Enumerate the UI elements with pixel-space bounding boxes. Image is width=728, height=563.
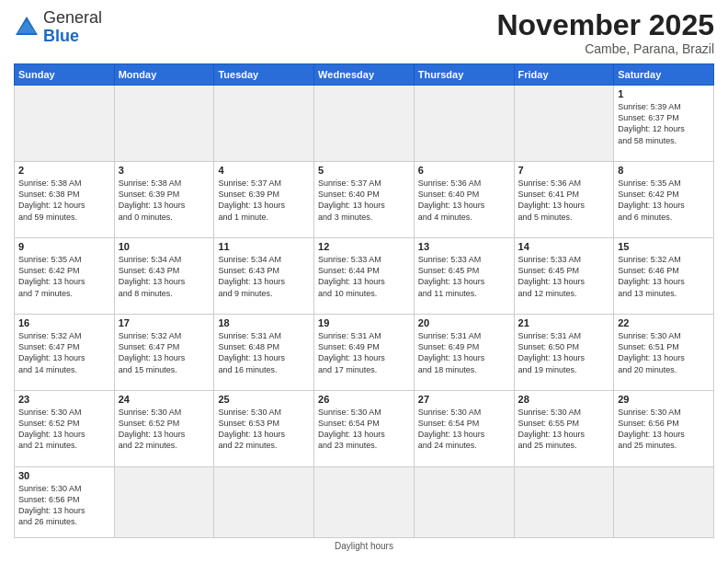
logo-icon (14, 15, 40, 40)
calendar-cell: 24Sunrise: 5:30 AM Sunset: 6:52 PM Dayli… (114, 391, 214, 467)
calendar-cell: 9Sunrise: 5:35 AM Sunset: 6:42 PM Daylig… (15, 238, 115, 315)
calendar-cell: 20Sunrise: 5:31 AM Sunset: 6:49 PM Dayli… (414, 315, 514, 391)
calendar-cell: 26Sunrise: 5:30 AM Sunset: 6:54 PM Dayli… (314, 391, 415, 467)
calendar-cell: 13Sunrise: 5:33 AM Sunset: 6:45 PM Dayli… (414, 238, 514, 315)
weekday-header: Wednesday (314, 64, 415, 86)
calendar-cell: 7Sunrise: 5:36 AM Sunset: 6:41 PM Daylig… (514, 162, 614, 238)
calendar-cell: 23Sunrise: 5:30 AM Sunset: 6:52 PM Dayli… (15, 391, 115, 467)
day-info: Sunrise: 5:30 AM Sunset: 6:54 PM Dayligh… (318, 407, 410, 452)
day-info: Sunrise: 5:36 AM Sunset: 6:41 PM Dayligh… (518, 178, 610, 223)
calendar-cell (414, 467, 514, 538)
logo: General Blue (14, 9, 102, 46)
day-number: 14 (518, 241, 610, 252)
weekday-header: Sunday (15, 64, 115, 86)
day-number: 30 (18, 470, 110, 481)
day-info: Sunrise: 5:39 AM Sunset: 6:37 PM Dayligh… (618, 101, 710, 146)
weekday-header: Monday (114, 64, 214, 86)
svg-marker-1 (17, 20, 36, 33)
calendar-cell (514, 467, 614, 538)
day-info: Sunrise: 5:30 AM Sunset: 6:52 PM Dayligh… (119, 407, 210, 452)
day-number: 10 (119, 241, 210, 252)
weekday-header: Friday (514, 64, 614, 86)
weekday-header: Tuesday (214, 64, 314, 86)
calendar-cell: 19Sunrise: 5:31 AM Sunset: 6:49 PM Dayli… (314, 315, 415, 391)
day-info: Sunrise: 5:37 AM Sunset: 6:40 PM Dayligh… (318, 178, 410, 223)
day-number: 7 (518, 165, 610, 176)
day-number: 8 (618, 165, 710, 176)
day-number: 28 (518, 394, 610, 405)
calendar-cell: 30Sunrise: 5:30 AM Sunset: 6:56 PM Dayli… (15, 467, 115, 538)
calendar-cell (414, 86, 514, 162)
calendar-cell (514, 86, 614, 162)
day-number: 25 (218, 394, 310, 405)
day-number: 5 (318, 165, 410, 176)
day-info: Sunrise: 5:33 AM Sunset: 6:45 PM Dayligh… (518, 254, 610, 299)
calendar-cell: 6Sunrise: 5:36 AM Sunset: 6:40 PM Daylig… (414, 162, 514, 238)
day-number: 29 (618, 394, 710, 405)
calendar-cell: 4Sunrise: 5:37 AM Sunset: 6:39 PM Daylig… (214, 162, 314, 238)
calendar-cell (614, 467, 714, 538)
weekday-header: Saturday (614, 64, 714, 86)
footer-note: Daylight hours (14, 538, 714, 554)
day-info: Sunrise: 5:31 AM Sunset: 6:50 PM Dayligh… (518, 330, 610, 375)
day-info: Sunrise: 5:35 AM Sunset: 6:42 PM Dayligh… (618, 178, 710, 223)
day-number: 12 (318, 241, 410, 252)
weekday-header: Thursday (414, 64, 514, 86)
day-number: 21 (518, 317, 610, 328)
day-info: Sunrise: 5:33 AM Sunset: 6:44 PM Dayligh… (318, 254, 410, 299)
calendar-cell (314, 86, 415, 162)
day-number: 23 (18, 394, 110, 405)
day-info: Sunrise: 5:30 AM Sunset: 6:52 PM Dayligh… (18, 407, 110, 452)
month-title: November 2025 (496, 9, 714, 41)
day-number: 11 (218, 241, 310, 252)
day-number: 22 (618, 317, 710, 328)
day-info: Sunrise: 5:38 AM Sunset: 6:38 PM Dayligh… (18, 178, 110, 223)
day-number: 24 (119, 394, 210, 405)
calendar-cell: 14Sunrise: 5:33 AM Sunset: 6:45 PM Dayli… (514, 238, 614, 315)
day-info: Sunrise: 5:30 AM Sunset: 6:51 PM Dayligh… (618, 330, 710, 375)
calendar-cell: 25Sunrise: 5:30 AM Sunset: 6:53 PM Dayli… (214, 391, 314, 467)
calendar-cell: 21Sunrise: 5:31 AM Sunset: 6:50 PM Dayli… (514, 315, 614, 391)
calendar-cell: 12Sunrise: 5:33 AM Sunset: 6:44 PM Dayli… (314, 238, 415, 315)
day-info: Sunrise: 5:30 AM Sunset: 6:54 PM Dayligh… (418, 407, 510, 452)
day-number: 9 (18, 241, 110, 252)
calendar-cell: 10Sunrise: 5:34 AM Sunset: 6:43 PM Dayli… (114, 238, 214, 315)
day-number: 18 (218, 317, 310, 328)
day-info: Sunrise: 5:30 AM Sunset: 6:56 PM Dayligh… (18, 483, 110, 528)
day-number: 26 (318, 394, 410, 405)
logo-blue: Blue (43, 27, 79, 45)
calendar-cell: 1Sunrise: 5:39 AM Sunset: 6:37 PM Daylig… (614, 86, 714, 162)
calendar-cell (314, 467, 415, 538)
day-info: Sunrise: 5:31 AM Sunset: 6:49 PM Dayligh… (318, 330, 410, 375)
calendar-cell: 29Sunrise: 5:30 AM Sunset: 6:56 PM Dayli… (614, 391, 714, 467)
calendar-cell: 16Sunrise: 5:32 AM Sunset: 6:47 PM Dayli… (15, 315, 115, 391)
day-info: Sunrise: 5:35 AM Sunset: 6:42 PM Dayligh… (18, 254, 110, 299)
calendar-cell (214, 86, 314, 162)
day-info: Sunrise: 5:30 AM Sunset: 6:56 PM Dayligh… (618, 407, 710, 452)
calendar-cell (114, 467, 214, 538)
day-info: Sunrise: 5:34 AM Sunset: 6:43 PM Dayligh… (218, 254, 310, 299)
day-info: Sunrise: 5:36 AM Sunset: 6:40 PM Dayligh… (418, 178, 510, 223)
calendar-cell: 15Sunrise: 5:32 AM Sunset: 6:46 PM Dayli… (614, 238, 714, 315)
day-number: 2 (18, 165, 110, 176)
day-number: 27 (418, 394, 510, 405)
day-info: Sunrise: 5:32 AM Sunset: 6:46 PM Dayligh… (618, 254, 710, 299)
page: General Blue November 2025 Cambe, Parana… (0, 0, 728, 563)
day-info: Sunrise: 5:34 AM Sunset: 6:43 PM Dayligh… (119, 254, 210, 299)
day-info: Sunrise: 5:31 AM Sunset: 6:48 PM Dayligh… (218, 330, 310, 375)
calendar-cell: 18Sunrise: 5:31 AM Sunset: 6:48 PM Dayli… (214, 315, 314, 391)
day-number: 6 (418, 165, 510, 176)
day-number: 13 (418, 241, 510, 252)
day-info: Sunrise: 5:30 AM Sunset: 6:55 PM Dayligh… (518, 407, 610, 452)
title-block: November 2025 Cambe, Parana, Brazil (496, 9, 714, 56)
day-info: Sunrise: 5:38 AM Sunset: 6:39 PM Dayligh… (119, 178, 210, 223)
day-info: Sunrise: 5:30 AM Sunset: 6:53 PM Dayligh… (218, 407, 310, 452)
day-info: Sunrise: 5:32 AM Sunset: 6:47 PM Dayligh… (18, 330, 110, 375)
day-number: 1 (618, 88, 710, 99)
day-number: 17 (119, 317, 210, 328)
calendar-cell: 2Sunrise: 5:38 AM Sunset: 6:38 PM Daylig… (15, 162, 115, 238)
calendar-cell: 8Sunrise: 5:35 AM Sunset: 6:42 PM Daylig… (614, 162, 714, 238)
calendar-table: SundayMondayTuesdayWednesdayThursdayFrid… (14, 63, 714, 538)
day-info: Sunrise: 5:32 AM Sunset: 6:47 PM Dayligh… (119, 330, 210, 375)
calendar-cell (114, 86, 214, 162)
